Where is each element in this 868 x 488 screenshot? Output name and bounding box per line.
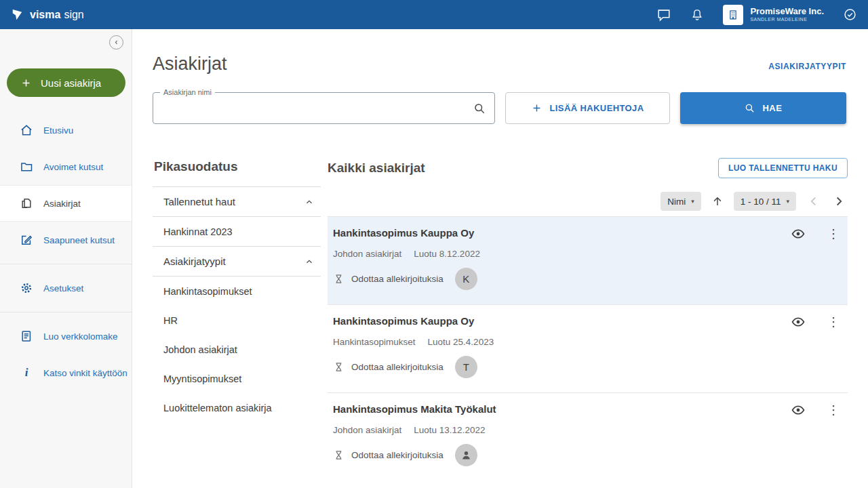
filter-item-hankinnat-2023[interactable]: Hankinnat 2023 <box>153 217 321 246</box>
preview-eye-icon[interactable] <box>791 226 806 241</box>
hourglass-icon <box>333 449 344 461</box>
person-icon <box>460 449 473 462</box>
search-icon <box>744 102 755 114</box>
filter-group-label: Tallennetut haut <box>163 196 235 207</box>
documents-icon <box>20 197 33 210</box>
document-title: Hankintasopimus Kauppa Oy <box>333 315 773 327</box>
filter-item-johdon-asiakirjat[interactable]: Johdon asiakirjat <box>153 335 321 364</box>
sidebar-item-asetukset[interactable]: Asetukset <box>0 270 132 306</box>
visma-sign-logo[interactable]: visma sign <box>11 7 84 22</box>
signer-avatar[interactable] <box>455 444 477 466</box>
preview-eye-icon[interactable] <box>791 314 806 329</box>
sidebar-item-label: Etusivu <box>43 125 73 136</box>
filter-item-hr[interactable]: HR <box>153 306 321 335</box>
plus-icon <box>20 77 32 89</box>
gear-icon <box>20 281 33 295</box>
status-text: Odottaa allekirjoituksia <box>351 450 443 460</box>
next-page-button[interactable] <box>831 194 846 209</box>
search-input[interactable] <box>161 102 473 114</box>
company-building-icon <box>723 5 743 25</box>
search-icon[interactable] <box>473 102 486 115</box>
add-search-filters-button[interactable]: LISÄÄ HAKUEHTOJA <box>505 92 670 124</box>
chevron-down-icon: ▾ <box>786 198 789 205</box>
hourglass-icon <box>333 273 344 285</box>
filter-group-document-types[interactable]: Asiakirjatyypit <box>153 246 321 277</box>
document-title: Hankintasopimus Makita Työkalut <box>333 403 773 415</box>
row-menu-kebab-icon[interactable]: ⋮ <box>825 226 842 241</box>
filter-item-luokittelematon[interactable]: Luokittelematon asiakirja <box>153 393 321 422</box>
topbar: visma sign PromiseWare Inc. SANDLER MADE… <box>0 0 868 29</box>
row-menu-kebab-icon[interactable]: ⋮ <box>825 314 842 329</box>
folder-icon <box>20 160 33 174</box>
quick-filters-title: Pikasuodatus <box>154 159 321 174</box>
notifications-bell-icon[interactable] <box>690 8 704 22</box>
hourglass-icon <box>333 361 344 373</box>
sidebar-item-label: Luo verkkolomake <box>43 331 118 342</box>
sidebar-item-katso-vinkit[interactable]: i Katso vinkit käyttöön <box>0 354 132 391</box>
create-saved-search-button[interactable]: LUO TALLENNETTU HAKU <box>718 158 848 178</box>
sidebar-item-asiakirjat[interactable]: Asiakirjat <box>0 185 132 222</box>
new-document-label: Uusi asiakirja <box>41 77 101 89</box>
filter-group-label: Asiakirjatyypit <box>163 256 226 267</box>
document-title: Hankintasopimus Kauppa Oy <box>333 227 773 239</box>
search-button[interactable]: HAE <box>680 92 846 124</box>
page-range-dropdown[interactable]: 1 - 10 / 11 ▾ <box>734 192 796 211</box>
chevron-up-icon <box>304 197 314 207</box>
sort-direction-button[interactable] <box>711 195 724 207</box>
plus-icon <box>531 102 542 114</box>
sidebar-item-label: Katso vinkit käyttöön <box>43 368 127 378</box>
row-menu-kebab-icon[interactable]: ⋮ <box>825 403 842 418</box>
edit-icon <box>20 233 33 247</box>
document-row[interactable]: Hankintasopimus Makita Työkalut Johdon a… <box>328 392 848 481</box>
sidebar-divider <box>0 312 132 312</box>
filter-group-saved-searches[interactable]: Tallennetut haut <box>153 186 321 217</box>
previous-page-button[interactable] <box>806 194 821 209</box>
visma-logo-icon <box>11 7 24 22</box>
signer-avatar[interactable]: T <box>455 356 477 378</box>
chat-icon[interactable] <box>656 7 671 22</box>
sidebar-item-avoimet-kutsut[interactable]: Avoimet kutsut <box>0 148 132 185</box>
form-icon <box>20 329 33 343</box>
brand-name-bold: visma <box>30 9 60 21</box>
sidebar-item-saapuneet-kutsut[interactable]: Saapuneet kutsut <box>0 222 132 258</box>
document-type: Hankintasopimukset <box>333 337 416 347</box>
document-list-title: Kaikki asiakirjat <box>328 161 425 176</box>
company-name: PromiseWare Inc. <box>750 6 824 17</box>
document-created: Luotu 8.12.2022 <box>414 249 480 259</box>
document-type: Johdon asiakirjat <box>333 249 401 259</box>
sidebar-collapse-button[interactable] <box>109 35 123 49</box>
sidebar-item-luo-verkkolomake[interactable]: Luo verkkolomake <box>0 318 132 354</box>
preview-eye-icon[interactable] <box>791 403 806 418</box>
document-created: Luotu 25.4.2023 <box>428 337 494 347</box>
document-type: Johdon asiakirjat <box>333 425 401 435</box>
main-content: Asiakirjat ASIAKIRJATYYPIT Asiakirjan ni… <box>132 29 868 488</box>
chevron-left-icon <box>113 39 120 46</box>
sidebar: Uusi asiakirja Etusivu Avoimet kutsut As… <box>0 29 132 488</box>
sort-field-dropdown[interactable]: Nimi ▾ <box>660 192 701 211</box>
sidebar-item-label: Saapuneet kutsut <box>43 235 115 245</box>
sidebar-item-etusivu[interactable]: Etusivu <box>0 112 132 148</box>
status-text: Odottaa allekirjoituksia <box>351 274 443 284</box>
document-row[interactable]: Hankintasopimus Kauppa Oy Hankintasopimu… <box>328 304 848 392</box>
brand-name-light: sign <box>64 9 83 21</box>
sidebar-divider <box>0 264 132 264</box>
filter-item-hankintasopimukset[interactable]: Hankintasopimukset <box>153 277 321 306</box>
info-icon: i <box>20 366 33 380</box>
check-circle-icon[interactable] <box>843 7 857 22</box>
page-title: Asiakirjat <box>153 54 848 75</box>
new-document-button[interactable]: Uusi asiakirja <box>7 68 125 97</box>
document-list-panel: Kaikki asiakirjat LUO TALLENNETTU HAKU N… <box>328 158 848 481</box>
filter-item-myyntisopimukset[interactable]: Myyntisopimukset <box>153 364 321 393</box>
document-name-field[interactable]: Asiakirjan nimi <box>153 92 495 124</box>
chevron-up-icon <box>304 257 314 266</box>
sidebar-item-label: Avoimet kutsut <box>43 162 103 172</box>
add-search-filters-label: LISÄÄ HAKUEHTOJA <box>549 103 644 113</box>
document-row[interactable]: Hankintasopimus Kauppa Oy Johdon asiakir… <box>328 216 848 304</box>
company-selector[interactable]: PromiseWare Inc. SANDLER MADELEINE <box>723 5 824 25</box>
signer-avatar[interactable]: K <box>455 268 477 290</box>
search-button-label: HAE <box>762 103 782 113</box>
sidebar-item-label: Asiakirjat <box>43 199 81 209</box>
document-types-link[interactable]: ASIAKIRJATYYPIT <box>768 62 846 71</box>
document-name-label: Asiakirjan nimi <box>160 88 215 96</box>
home-icon <box>20 123 33 137</box>
